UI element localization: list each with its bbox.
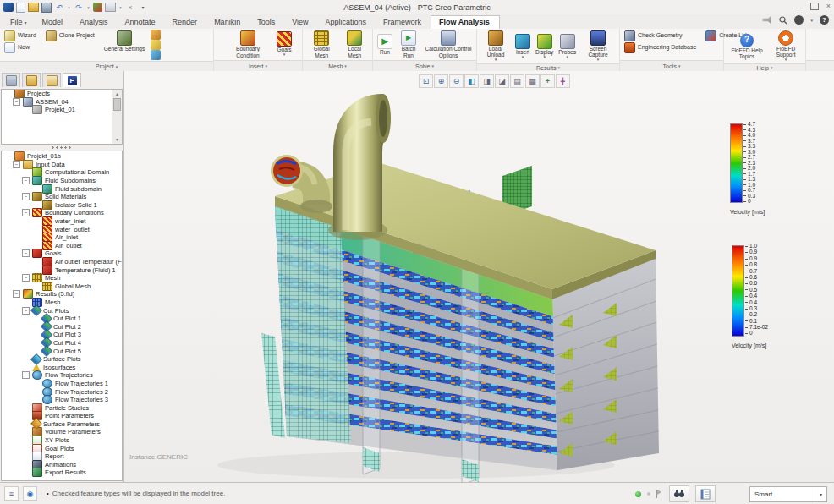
tree-item[interactable]: − Cut Plot 4 [2, 339, 122, 348]
ribbon-button[interactable]: General Settings [102, 30, 146, 52]
restore-icon[interactable] [810, 3, 819, 10]
ribbon-button[interactable]: New [3, 41, 34, 53]
ribbon-button[interactable]: Check Geometry [623, 30, 687, 41]
selection-filter-dropdown[interactable]: Smart ▾ [749, 486, 827, 502]
tree-item[interactable]: − Goals [2, 249, 122, 258]
ribbon-button[interactable]: ?FloEFD Help Topics [727, 33, 767, 60]
feedback-icon[interactable] [762, 15, 771, 25]
ribbon-tab[interactable]: Annotate [118, 16, 165, 29]
tab-folder-browser[interactable] [22, 73, 41, 87]
expander-icon[interactable]: − [22, 193, 30, 200]
ribbon-tab[interactable]: Applications [318, 16, 376, 29]
graphics-toolbar-icon[interactable] [449, 74, 464, 88]
ribbon-group-label[interactable]: Mesh▾ [303, 60, 372, 71]
tree-item[interactable]: − Cut Plot 2 [2, 322, 122, 331]
ribbon-button[interactable]: Goals▾ [275, 30, 294, 58]
ribbon-group-label[interactable]: Project▾ [0, 61, 213, 71]
tree-item[interactable]: − Solid Materials [2, 193, 122, 201]
tree-item[interactable]: − Results (5.fld) [2, 290, 122, 299]
ribbon-button[interactable]: Global Mesh [305, 30, 338, 58]
ribbon-button[interactable]: Wizard [3, 30, 41, 41]
ribbon-group-label[interactable]: Tools▾ [620, 60, 723, 71]
ribbon-button[interactable]: Clone Project [44, 30, 99, 41]
search-icon[interactable] [778, 15, 787, 25]
tree-item[interactable]: − Computational Domain [2, 168, 122, 177]
ribbon-tab[interactable]: Model [35, 16, 73, 29]
flag-icon[interactable] [656, 490, 663, 498]
tree-item[interactable]: − Flow Trajectories 2 [2, 387, 122, 396]
expander-icon[interactable]: − [22, 177, 30, 184]
ribbon-tab[interactable]: Manikin [206, 16, 250, 29]
graphics-toolbar-icon[interactable] [540, 74, 555, 88]
expander-icon[interactable]: − [13, 290, 20, 298]
ribbon-button[interactable]: FloEFD Support▾ [769, 30, 803, 63]
notebook-button[interactable] [695, 485, 716, 502]
graphics-toolbar-icon[interactable] [464, 74, 479, 88]
graphics-toolbar-icon[interactable] [419, 74, 433, 88]
graphics-toolbar-icon[interactable] [480, 74, 494, 88]
ribbon-tab[interactable]: File▾ [3, 16, 35, 29]
tree-item[interactable]: − Air outlet Temperatur (Fluid) 1 [2, 258, 122, 266]
tree-item[interactable]: − Volume Parameters [2, 428, 122, 436]
tree-item[interactable]: − Mesh [2, 274, 122, 282]
scroll-down-icon[interactable]: ▼ [115, 135, 119, 143]
ribbon-button[interactable]: ▶Run [376, 33, 394, 56]
tree-item[interactable]: − Mesh [2, 299, 122, 307]
ribbon-group-label[interactable]: Insert▾ [214, 60, 302, 71]
utility-dropdown-icon[interactable]: ▾ [810, 18, 813, 23]
expander-icon[interactable]: − [13, 98, 20, 106]
tree-item[interactable]: − XY Plots [2, 436, 122, 445]
tree-item[interactable]: − Air_outlet [2, 242, 122, 250]
tree-item[interactable]: − Temperature (Fluid) 1 [2, 266, 122, 274]
tab-favorites[interactable] [42, 73, 61, 87]
ribbon-group-label[interactable]: Results▾ [477, 63, 619, 71]
ribbon-tab[interactable]: View [284, 16, 317, 29]
ribbon-tab[interactable]: Render [165, 16, 207, 29]
ribbon-button[interactable]: Probes▾ [557, 33, 578, 60]
tree-item[interactable]: − Flow Trajectories 3 [2, 396, 122, 404]
graphics-toolbar-icon[interactable] [525, 74, 540, 88]
close-icon[interactable]: × [826, 2, 831, 10]
ribbon-button[interactable] [150, 50, 162, 60]
tree-item[interactable]: − water_outlet [2, 225, 122, 233]
minimize-icon[interactable] [796, 8, 803, 8]
graphics-toolbar-icon[interactable] [556, 74, 570, 88]
tree-item[interactable]: − Surface Plots [2, 355, 122, 364]
graphics-toolbar-icon[interactable] [495, 74, 509, 88]
tree-item[interactable]: − Cut Plots [2, 306, 122, 315]
ribbon-tab[interactable]: Tools [250, 16, 284, 29]
ribbon-tab[interactable]: Analysis [72, 16, 118, 29]
tree-item[interactable]: − Surface Parameters [2, 420, 122, 429]
expander-icon[interactable]: − [22, 209, 30, 216]
ribbon-button[interactable]: Screen Capture▾ [579, 30, 617, 63]
tree-item[interactable]: − Projekt_01 [2, 106, 122, 114]
search-tool-icon[interactable]: ◉ [23, 486, 37, 501]
graphics-toolbar-icon[interactable] [434, 74, 448, 88]
ribbon-button[interactable]: ▶Batch Run [396, 30, 421, 58]
tree-item[interactable]: − Point Parameters [2, 412, 122, 420]
expander-icon[interactable]: − [22, 274, 30, 282]
command-search-icon[interactable] [794, 15, 804, 25]
graphics-area[interactable]: 4.74.34.03.73.33.02.72.32.01.71.31.00.70… [124, 71, 834, 482]
tree-item[interactable]: − Fluid Subdomains [2, 177, 122, 185]
expander-icon[interactable]: − [22, 371, 30, 379]
help-icon[interactable]: ? [820, 15, 829, 25]
tree-item[interactable]: − Flow Trajectories 1 [2, 380, 122, 388]
ribbon-button[interactable]: Insert▾ [513, 33, 532, 60]
expander-icon[interactable]: − [22, 307, 30, 315]
tree-item[interactable]: − Cut Plot 3 [2, 331, 122, 339]
tree-item[interactable]: − Projects [2, 90, 122, 98]
scroll-up-icon[interactable]: ▲ [115, 90, 119, 97]
tree-item[interactable]: − Isolator Solid 1 [2, 201, 122, 210]
tree-item[interactable]: − Isosurfaces [2, 363, 122, 371]
tree-item[interactable]: − Cut Plot 1 [2, 315, 122, 323]
ribbon-button[interactable]: Calculation Control Options [423, 30, 474, 58]
ribbon-button[interactable]: Local Mesh [340, 30, 370, 58]
projects-scrollbar[interactable]: ▲ ▼ [112, 90, 122, 144]
tree-item[interactable]: − Input Data [2, 161, 122, 169]
ribbon-tab[interactable]: Framework [376, 16, 431, 29]
ribbon-button[interactable]: Engineering Database [623, 41, 700, 53]
find-button[interactable] [669, 485, 689, 502]
ribbon-tab[interactable]: Flow Analysis [431, 15, 500, 30]
tree-item[interactable]: − Animations [2, 461, 122, 469]
